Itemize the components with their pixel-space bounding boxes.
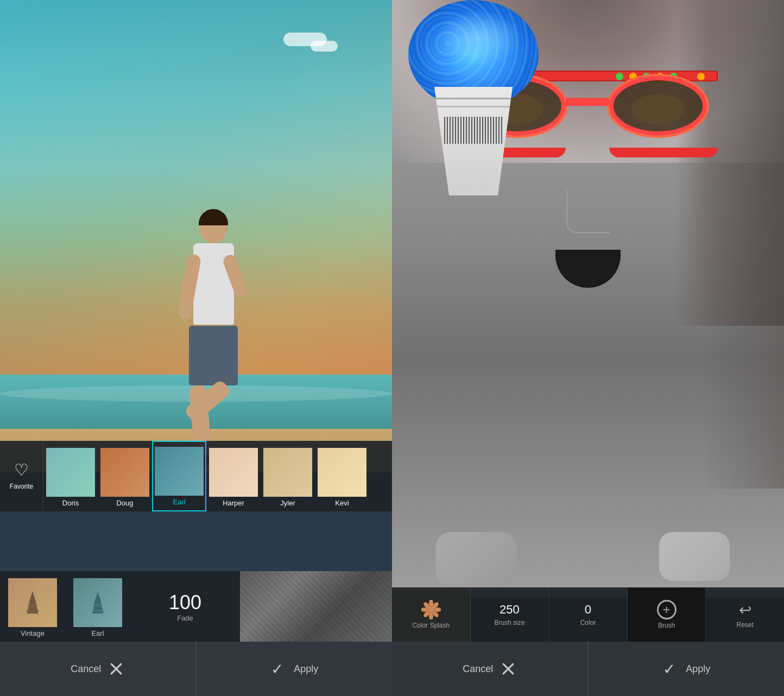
person-figure [170, 213, 257, 385]
right-toolbar: Color Splash 250 Brush size 0 Color + Br… [392, 587, 784, 642]
right-cancel-label: Cancel [463, 663, 493, 675]
filter-item-earl[interactable]: Earl [152, 441, 206, 511]
tool-earl[interactable]: Earl [65, 571, 130, 642]
cup-line-1 [434, 98, 513, 99]
rock-overlay [240, 571, 392, 642]
reset-button[interactable]: ↩ Reset [706, 587, 784, 642]
right-photo [392, 0, 784, 597]
left-cancel-button[interactable]: Cancel [0, 642, 197, 696]
filter-name-earl: Earl [173, 498, 185, 506]
glasses-bridge [566, 98, 609, 106]
cup-line-2 [432, 106, 514, 107]
glasses-bottom-right [609, 148, 718, 157]
tool-vintage[interactable]: Vintage [0, 571, 65, 642]
left-cancel-icon [108, 660, 125, 678]
filter-items: Doris Doug Earl Harper Jyler Kevi [43, 441, 392, 511]
right-apply-label: Apply [686, 663, 710, 675]
left-panel: Favorite Doris Doug Earl Harper Jyler [0, 0, 392, 696]
filter-thumb-doug [100, 448, 149, 497]
color-value: 0 [585, 603, 591, 617]
child-nose [566, 190, 610, 233]
heart-icon [13, 462, 30, 479]
right-panel: Color Splash 250 Brush size 0 Color + Br… [392, 0, 784, 696]
filter-thumb-harper [209, 448, 258, 497]
filter-name-doris: Doris [62, 499, 79, 507]
right-cancel-button[interactable]: Cancel [392, 642, 589, 696]
hair-right-lower [703, 163, 784, 489]
left-apply-button[interactable]: Apply [197, 642, 393, 696]
eiffel-icon-2 [84, 589, 111, 616]
right-apply-button[interactable]: Apply [589, 642, 785, 696]
brush-label: Brush [658, 622, 675, 629]
filter-thumb-earl [155, 447, 204, 496]
left-photo [0, 0, 392, 472]
left-cancel-label: Cancel [71, 663, 101, 675]
favorite-label: Favorite [10, 483, 33, 490]
figure-torso [193, 243, 234, 325]
flower-dot-6 [616, 73, 623, 80]
brush-size-control[interactable]: 250 Brush size [471, 587, 549, 642]
filter-name-kevin: Kevi [335, 499, 349, 507]
right-action-bar: Cancel Apply [392, 642, 784, 696]
color-control[interactable]: 0 Color [549, 587, 628, 642]
tool-name-vintage: Vintage [21, 629, 45, 637]
filter-item-doris[interactable]: Doris [43, 441, 98, 511]
right-cancel-icon [500, 660, 517, 678]
tool-thumb-earl [73, 578, 122, 627]
fade-control: 100 Fade [130, 591, 240, 622]
brush-size-label: Brush size [494, 619, 524, 627]
filter-item-harper[interactable]: Harper [206, 441, 261, 511]
color-splash-icon [421, 600, 441, 619]
left-action-bar: Cancel Apply [0, 642, 392, 696]
color-splash-button[interactable]: Color Splash [392, 587, 471, 642]
filter-item-kevin[interactable]: Kevi [315, 441, 369, 511]
cup-barcode [444, 117, 503, 144]
right-apply-checkmark-icon [662, 660, 679, 678]
tool-name-earl: Earl [91, 629, 104, 637]
brush-plus-icon: + [657, 600, 676, 619]
color-splash-label: Color Splash [412, 622, 450, 629]
reset-icon: ↩ [739, 601, 751, 619]
figure-arm-right [222, 253, 249, 299]
left-apply-label: Apply [294, 663, 318, 675]
filter-thumb-doris [46, 448, 95, 497]
eiffel-icon [19, 589, 46, 616]
lens-right [609, 76, 707, 136]
fade-value: 100 [169, 591, 201, 614]
bottom-tools: Vintage Earl 100 Fade [0, 571, 392, 642]
color-label: Color [580, 619, 596, 627]
hand-left [435, 532, 517, 586]
hand-right [659, 532, 730, 581]
left-apply-checkmark-icon [270, 660, 287, 678]
filter-thumb-jyler [263, 448, 312, 497]
brush-button[interactable]: + Brush [628, 587, 706, 642]
filter-name-doug: Doug [116, 499, 133, 507]
rock-texture [240, 571, 392, 642]
filter-name-harper: Harper [223, 499, 244, 507]
figure-head [200, 213, 227, 243]
filter-item-jyler[interactable]: Jyler [261, 441, 315, 511]
figure-arm-left [176, 254, 201, 320]
favorite-button[interactable]: Favorite [0, 441, 43, 511]
tool-thumb-vintage [8, 578, 57, 627]
figure-shorts [189, 326, 238, 385]
filter-name-jyler: Jyler [280, 499, 295, 507]
filter-item-doug[interactable]: Doug [98, 441, 152, 511]
cloud-2 [311, 41, 338, 52]
lens-right-reflection [631, 94, 685, 124]
fade-label: Fade [177, 614, 193, 622]
filter-bar: Favorite Doris Doug Earl Harper Jyler [0, 441, 392, 511]
reset-label: Reset [736, 621, 753, 629]
flower-dot-11 [697, 73, 705, 80]
brush-size-value: 250 [500, 603, 520, 617]
filter-thumb-kevin [318, 448, 366, 497]
